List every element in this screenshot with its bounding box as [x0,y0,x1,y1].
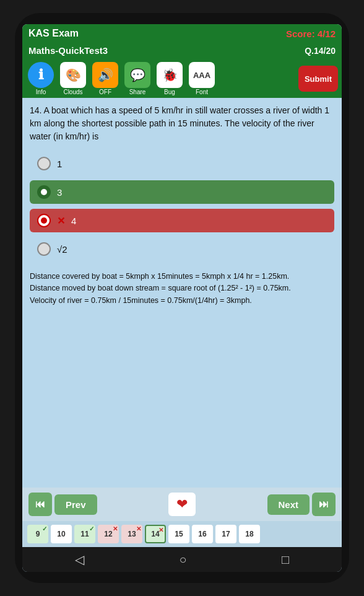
back-button[interactable]: ◁ [75,552,84,567]
q-cell-11[interactable]: ✓ 11 [74,525,95,543]
tick-9: ✓ [42,525,47,532]
nav-bar: ⏮ Prev ❤ Next ⏭ [22,488,342,521]
next-label: Next [279,499,299,510]
share-icon: 💬 [124,62,150,88]
toolbar-share[interactable]: 💬 Share [123,62,152,95]
option-1[interactable]: 1 [30,152,334,175]
first-button[interactable]: ⏮ [28,493,52,516]
prev-button[interactable]: Prev [54,494,97,515]
home-button[interactable]: ○ [179,553,186,567]
option-1-label: 1 [57,159,62,169]
radio-1 [37,157,51,170]
submit-all-button[interactable]: Submit [298,66,338,92]
header-sub: Maths-QuickTest3 Q.14/20 [22,43,342,59]
info-label: Info [36,89,46,95]
q-cell-9[interactable]: ✓ 9 [27,525,48,543]
explanation-line-1: Distance covered by boat = 5kmph x 15min… [30,272,289,281]
radio-dot-3 [41,217,47,224]
prev-label: Prev [66,499,86,510]
toolbar-sound[interactable]: 🔊 OFF [90,62,120,95]
option-2-label: 3 [57,187,62,198]
q-cell-17[interactable]: 17 [215,525,236,543]
q-cell-14[interactable]: ✕ 14 [145,525,166,543]
toolbar-font[interactable]: AAA Font [187,62,217,95]
q-cell-18[interactable]: 18 [239,525,260,543]
wrong-mark: ✕ [57,215,65,227]
heart-button[interactable]: ❤ [168,493,196,516]
option-4[interactable]: √2 [30,237,334,261]
clouds-label: Clouds [63,89,82,95]
toolbar-clouds[interactable]: 🎨 Clouds [58,62,88,95]
bug-icon: 🐞 [157,62,183,88]
question-text: 14. A boat which has a speed of 5 km/hr … [30,104,334,143]
share-label: Share [129,89,146,95]
option-3-label: 4 [71,216,76,226]
question-body: A boat which has a speed of 5 km/hr in s… [30,105,329,141]
screen: KAS Exam Score: 4/12 Maths-QuickTest3 Q.… [22,24,342,572]
sound-label: OFF [99,89,111,95]
q-cell-13[interactable]: ✕ 13 [121,525,142,543]
radio-4 [37,242,51,256]
device-frame: KAS Exam Score: 4/12 Maths-QuickTest3 Q.… [15,13,349,583]
toolbar-bug[interactable]: 🐞 Bug [155,62,184,95]
q-cell-12[interactable]: ✕ 12 [98,525,119,543]
cross-12: ✕ [113,525,118,532]
system-nav: ◁ ○ □ [22,547,342,572]
font-label: Font [196,89,208,95]
toolbar-info[interactable]: ℹ Info [26,62,56,95]
score-display: Score: 4/12 [286,28,336,39]
radio-dot-2 [41,189,47,195]
content-area: 14. A boat which has a speed of 5 km/hr … [22,98,342,488]
radio-2 [37,185,51,199]
test-name: Maths-QuickTest3 [28,45,108,56]
toolbar: ℹ Info 🎨 Clouds 🔊 OFF 💬 Share 🐞 Bug AAA [22,59,342,98]
explanation-line-3: Velocity of river = 0.75km / 15minutes =… [30,296,252,305]
info-icon: ℹ [28,62,54,88]
explanation-line-2: Distance moved by boat down stream = squ… [30,284,291,292]
option-4-label: √2 [57,244,67,255]
font-icon: AAA [189,62,215,88]
sound-icon: 🔊 [92,62,118,88]
cross-13: ✕ [136,525,141,532]
question-number-inline: 14. [30,105,44,115]
bug-label: Bug [164,89,175,95]
q-cell-15[interactable]: 15 [168,525,189,543]
q-cell-10[interactable]: 10 [51,525,72,543]
recents-button[interactable]: □ [282,553,289,567]
clouds-icon: 🎨 [60,62,86,88]
header-top: KAS Exam Score: 4/12 [22,24,342,43]
tick-11: ✓ [89,525,94,532]
explanation: Distance covered by boat = 5kmph x 15min… [30,271,334,307]
options-list: 1 3 ✕ 4 [30,152,334,261]
question-number-header: Q.14/20 [305,46,336,56]
q-cell-16[interactable]: 16 [192,525,213,543]
question-numbers-row: ✓ 9 10 ✓ 11 ✕ 12 ✕ 13 ✕ 14 15 16 17 [22,521,342,547]
cross-14: ✕ [158,527,163,533]
option-3[interactable]: ✕ 4 [30,209,334,232]
app-title: KAS Exam [28,28,79,39]
option-2[interactable]: 3 [30,180,334,204]
last-button[interactable]: ⏭ [312,493,336,516]
radio-3 [37,214,51,227]
next-button[interactable]: Next [267,494,310,515]
heart-icon: ❤ [176,496,188,512]
